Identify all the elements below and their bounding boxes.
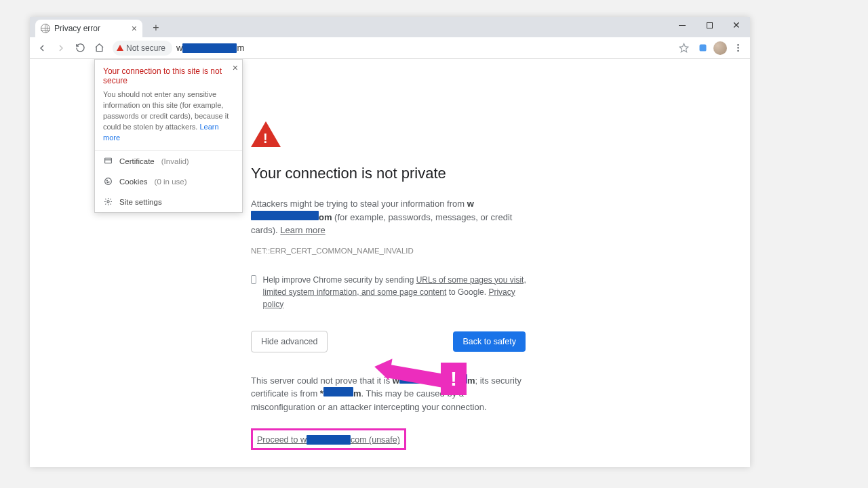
home-button[interactable] xyxy=(91,40,107,56)
site-info-body: You should not enter any sensitive infor… xyxy=(103,89,234,144)
redacted-cert-host xyxy=(323,387,353,396)
callout-marker: ! xyxy=(441,363,467,395)
profile-avatar[interactable] xyxy=(713,41,727,55)
window-minimize[interactable] xyxy=(669,17,696,33)
browser-tab[interactable]: Privacy error × xyxy=(35,20,142,37)
tab-close-icon[interactable]: × xyxy=(132,24,137,33)
certificate-row[interactable]: Certificate (Invalid) xyxy=(95,151,242,171)
cookies-row[interactable]: Cookies (0 in use) xyxy=(95,171,242,192)
svg-point-2 xyxy=(737,47,739,49)
safe-browsing-optin: Help improve Chrome security by sending … xyxy=(251,274,536,310)
svg-point-6 xyxy=(106,180,107,181)
window-controls: ✕ xyxy=(669,17,750,33)
warning-icon xyxy=(117,45,123,51)
site-settings-row[interactable]: Site settings xyxy=(95,192,242,212)
forward-button[interactable] xyxy=(53,40,69,56)
error-code: NET::ERR_CERT_COMMON_NAME_INVALID xyxy=(251,247,536,255)
back-to-safety-button[interactable]: Back to safety xyxy=(453,331,526,352)
page-heading: Your connection is not private xyxy=(251,165,536,182)
proceed-highlight: Proceed to wcom (unsafe) xyxy=(251,428,406,450)
url-text: w m xyxy=(176,43,244,53)
security-chip[interactable]: Not secure xyxy=(113,41,172,56)
redacted-host xyxy=(251,211,319,220)
tab-title: Privacy error xyxy=(54,24,100,33)
site-info-popup: × Your connection to this site is not se… xyxy=(94,59,243,213)
window-close[interactable]: ✕ xyxy=(723,17,750,33)
cookies-icon xyxy=(103,177,113,186)
svg-point-7 xyxy=(108,182,109,182)
bookmark-star-icon[interactable] xyxy=(675,40,692,56)
svg-point-8 xyxy=(106,182,107,183)
address-bar[interactable]: Not secure w m xyxy=(113,40,244,56)
menu-button[interactable] xyxy=(730,40,746,56)
security-chip-label: Not secure xyxy=(126,43,165,53)
redacted-host xyxy=(307,435,351,445)
extension-icon[interactable] xyxy=(694,40,711,56)
warning-paragraph: Attackers might be trying to steal your … xyxy=(251,197,536,237)
toolbar: Not secure w m xyxy=(30,37,750,59)
hide-advanced-button[interactable]: Hide advanced xyxy=(251,331,328,352)
globe-icon xyxy=(41,24,50,33)
site-info-title: Your connection to this site is not secu… xyxy=(103,66,234,85)
svg-point-3 xyxy=(737,50,739,52)
svg-point-9 xyxy=(106,201,108,203)
tab-strip: Privacy error × + ✕ xyxy=(30,17,750,37)
redacted-host xyxy=(182,43,237,53)
proceed-unsafe-link[interactable]: Proceed to wcom (unsafe) xyxy=(257,435,400,445)
learn-more-link[interactable]: Learn more xyxy=(280,225,325,235)
certificate-icon xyxy=(103,157,113,166)
warning-icon xyxy=(251,121,281,147)
viewport: × Your connection to this site is not se… xyxy=(30,59,750,467)
svg-point-1 xyxy=(737,44,739,46)
svg-rect-0 xyxy=(699,45,706,52)
new-tab-button[interactable]: + xyxy=(148,20,164,36)
advanced-explanation: This server could not prove that it is w… xyxy=(251,374,529,414)
popup-close-icon[interactable]: × xyxy=(233,62,238,73)
privacy-error-page: Your connection is not private Attackers… xyxy=(251,121,536,450)
reload-button[interactable] xyxy=(72,40,88,56)
browser-window: Privacy error × + ✕ Not secure xyxy=(30,17,750,467)
svg-point-5 xyxy=(104,178,111,185)
action-buttons: Hide advanced Back to safety xyxy=(251,331,526,352)
back-button[interactable] xyxy=(34,40,50,56)
optin-checkbox[interactable] xyxy=(251,275,256,284)
gear-icon xyxy=(103,197,113,207)
window-maximize[interactable] xyxy=(696,17,723,33)
svg-rect-4 xyxy=(104,158,111,163)
